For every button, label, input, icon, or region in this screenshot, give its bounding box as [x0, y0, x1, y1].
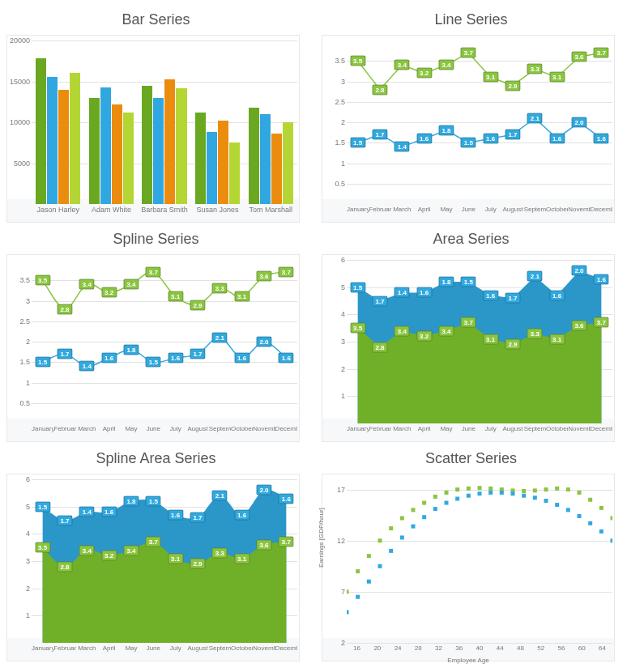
svg-rect-10 [455, 487, 459, 491]
svg-rect-36 [467, 494, 471, 498]
title-spline: Spline Series [6, 231, 305, 248]
svg-rect-37 [478, 491, 482, 495]
svg-rect-5 [400, 516, 404, 520]
chart-spline-area: 3.52.83.43.23.43.73.12.93.33.13.63.71.51… [6, 474, 300, 661]
svg-rect-22 [588, 498, 592, 502]
svg-rect-33 [433, 507, 437, 511]
svg-rect-11 [467, 487, 471, 491]
svg-rect-17 [533, 488, 537, 492]
svg-rect-1 [356, 569, 360, 573]
svg-rect-43 [544, 499, 548, 503]
chart-bar: 5000100001500020000Jason HarleyAdam Whit… [6, 35, 300, 223]
svg-rect-42 [533, 495, 537, 500]
svg-rect-21 [578, 491, 582, 495]
cell-bar: Bar Series 5000100001500020000Jason Harl… [6, 6, 305, 223]
svg-rect-0 [347, 589, 349, 593]
svg-rect-19 [555, 487, 559, 491]
svg-rect-28 [378, 564, 382, 568]
svg-rect-27 [367, 580, 371, 584]
chart-line: 3.52.83.43.23.43.73.12.93.33.13.63.71.51… [322, 35, 615, 223]
svg-rect-49 [611, 538, 613, 542]
svg-rect-9 [445, 491, 449, 495]
chart-grid: Bar Series 5000100001500020000Jason Harl… [6, 6, 621, 661]
svg-rect-29 [389, 549, 393, 553]
svg-rect-46 [578, 514, 582, 518]
svg-rect-45 [566, 508, 570, 512]
cell-area: Area Series 3.52.83.43.23.43.73.12.93.33… [322, 226, 621, 442]
svg-rect-20 [566, 487, 570, 491]
chart-scatter: 27121716202428323640444852566064Employee… [322, 474, 615, 661]
svg-rect-44 [555, 503, 559, 507]
svg-rect-31 [412, 525, 416, 529]
svg-rect-32 [422, 515, 426, 519]
cell-line: Line Series 3.52.83.43.23.43.73.12.93.33… [322, 6, 621, 223]
svg-rect-34 [445, 501, 449, 505]
svg-rect-16 [522, 489, 526, 493]
svg-rect-23 [599, 506, 604, 510]
svg-rect-2 [367, 554, 371, 558]
title-line: Line Series [322, 11, 621, 28]
svg-rect-7 [422, 501, 426, 505]
cell-spline: Spline Series 3.52.83.43.23.43.73.12.93.… [6, 226, 305, 442]
svg-rect-12 [478, 486, 482, 490]
title-scatter: Scatter Series [322, 450, 621, 467]
svg-rect-24 [611, 516, 613, 520]
cell-scatter: Scatter Series 2712171620242832364044485… [322, 445, 621, 661]
cell-spline-area: Spline Area Series 3.52.83.43.23.43.73.1… [6, 445, 305, 661]
svg-rect-48 [599, 530, 604, 534]
svg-rect-30 [400, 535, 404, 539]
svg-rect-18 [544, 487, 548, 491]
svg-rect-13 [488, 487, 493, 491]
title-bar: Bar Series [6, 11, 305, 28]
svg-rect-6 [412, 508, 416, 512]
svg-rect-3 [378, 538, 382, 542]
svg-rect-47 [588, 521, 592, 525]
svg-rect-35 [455, 496, 459, 500]
svg-rect-40 [511, 491, 515, 495]
title-spline-area: Spline Area Series [6, 450, 305, 467]
svg-rect-41 [522, 494, 526, 498]
svg-rect-38 [488, 491, 493, 495]
svg-rect-26 [356, 595, 360, 599]
svg-rect-8 [433, 495, 437, 499]
chart-area: 3.52.83.43.23.43.73.12.93.33.13.63.71.51… [322, 254, 615, 442]
svg-rect-25 [347, 610, 349, 615]
svg-rect-4 [389, 526, 393, 530]
title-area: Area Series [322, 231, 621, 248]
chart-spline: 3.52.83.43.23.43.73.12.93.33.13.63.71.51… [6, 254, 300, 442]
svg-rect-39 [500, 491, 504, 495]
